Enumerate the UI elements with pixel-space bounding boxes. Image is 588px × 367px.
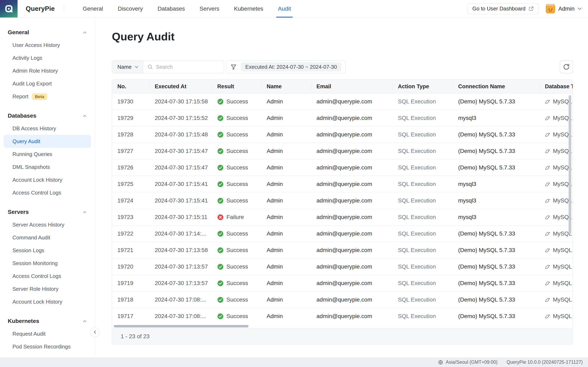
vertical-scrollbar[interactable]: [569, 95, 571, 234]
nav-tab-kubernetes[interactable]: Kubernetes: [232, 0, 265, 17]
nav-tab-databases[interactable]: Databases: [156, 0, 187, 17]
refresh-button[interactable]: [560, 60, 573, 73]
sidebar-item-access-control-logs[interactable]: Access Control Logs: [0, 186, 95, 199]
cell-email: admin@querypie.com: [311, 209, 393, 225]
cell-result: Failure: [212, 209, 261, 225]
cell-no: 19721: [112, 242, 149, 258]
sidebar-item-dml-snapshots[interactable]: DML Snapshots: [0, 161, 95, 174]
table-row[interactable]: 197222024-07-30 17:14:...SuccessAdminadm…: [112, 225, 573, 242]
cell-name: Admin: [261, 209, 311, 225]
executed-at-filter-chip[interactable]: Executed At: 2024-07-30 ~ 2024-07-30: [241, 62, 341, 71]
table-row[interactable]: 197232024-07-30 17:15:11FailureAdminadmi…: [112, 209, 573, 225]
cell-name: Admin: [261, 143, 311, 159]
user-name[interactable]: Admin: [558, 6, 575, 12]
sidebar-item-label: Session Monitoring: [12, 260, 58, 267]
cell-connection-name: (Demo) MySQL 5.7.33: [453, 93, 540, 110]
cell-connection-name: (Demo) MySQL 5.7.33: [453, 143, 540, 159]
table-row[interactable]: 197182024-07-30 17:08:...SuccessAdminadm…: [112, 292, 573, 308]
cell-result: Success: [212, 143, 261, 159]
avatar[interactable]: [546, 4, 555, 13]
sidebar-item-report[interactable]: ReportBeta: [0, 90, 95, 103]
sidebar-item-session-monitoring[interactable]: Session Monitoring: [0, 257, 95, 270]
go-to-user-dashboard-button[interactable]: Go to User Dashboard: [467, 3, 539, 14]
mysql-icon: [545, 314, 550, 319]
cell-database-type: MySQL: [540, 192, 573, 209]
search-input[interactable]: [156, 64, 217, 70]
querypie-logo-icon[interactable]: [0, 0, 17, 17]
table-row[interactable]: 197202024-07-30 17:13:57SuccessAdminadmi…: [112, 259, 573, 275]
cell-connection-name: (Demo) MySQL 5.7.33: [453, 126, 540, 143]
database-type-label: MySQL: [553, 263, 572, 270]
success-status: Success: [217, 296, 248, 303]
table-row[interactable]: 197282024-07-30 17:15:48SuccessAdminadmi…: [112, 126, 573, 143]
cell-email: admin@querypie.com: [311, 292, 393, 308]
table-row[interactable]: 197262024-07-30 17:15:47SuccessAdminadmi…: [112, 159, 573, 176]
chevron-up-icon: [83, 115, 86, 117]
sidebar-item-access-control-logs[interactable]: Access Control Logs: [0, 270, 95, 283]
success-check-icon: [217, 181, 224, 187]
cell-executed-at: 2024-07-30 17:13:57: [149, 275, 212, 291]
search-box: [143, 60, 224, 73]
search-field-select[interactable]: Name: [112, 60, 143, 73]
sidebar-item-request-audit[interactable]: Request Audit: [0, 327, 95, 340]
date-filter[interactable]: Executed At: 2024-07-30 ~ 2024-07-30: [226, 60, 346, 73]
cell-action-type: SQL Execution: [393, 225, 453, 242]
sidebar-item-admin-role-history[interactable]: Admin Role History: [0, 64, 95, 77]
sidebar-item-server-role-history[interactable]: Server Role History: [0, 283, 95, 295]
success-status: Success: [217, 164, 248, 171]
sidebar-collapse-button[interactable]: [90, 327, 100, 337]
sidebar-item-label: Account Lock History: [12, 299, 62, 305]
nav-tab-servers[interactable]: Servers: [198, 0, 221, 17]
horizontal-scrollbar-track: [112, 324, 573, 328]
cell-database-type: MySQL: [540, 242, 573, 258]
sidebar-item-command-audit[interactable]: Command Audit: [0, 231, 95, 244]
cell-connection-name: (Demo) MySQL 5.7.33: [453, 259, 540, 275]
sidebar-item-session-logs[interactable]: Session Logs: [0, 244, 95, 257]
table-row[interactable]: 197172024-07-30 17:08:...SuccessAdminadm…: [112, 308, 573, 325]
sidebar-item-server-access-history[interactable]: Server Access History: [0, 218, 95, 231]
column-header-connection-name: Connection Name: [453, 80, 540, 93]
table-row[interactable]: 197212024-07-30 17:13:58SuccessAdminadmi…: [112, 242, 573, 259]
sidebar-item-audit-log-export[interactable]: Audit Log Export: [0, 77, 95, 90]
cell-database-type: MySQL: [540, 209, 573, 225]
table-row[interactable]: 197242024-07-30 17:15:41SuccessAdminadmi…: [112, 192, 573, 209]
nav-tab-audit[interactable]: Audit: [276, 0, 293, 17]
sidebar-item-account-lock-history[interactable]: Account Lock History: [0, 174, 95, 186]
sidebar-item-account-lock-history[interactable]: Account Lock History: [0, 295, 95, 308]
success-check-icon: [217, 247, 224, 253]
version-label: QueryPie 10.0.0 (20240725-171127): [507, 359, 583, 365]
sidebar-section-header-kubernetes[interactable]: Kubernetes: [0, 315, 95, 327]
column-header-action-type: Action Type: [393, 80, 453, 93]
table-row[interactable]: 197252024-07-30 17:15:41SuccessAdminadmi…: [112, 176, 573, 192]
sidebar-item-activity-logs[interactable]: Activity Logs: [0, 52, 95, 64]
column-header-name: Name: [261, 80, 311, 93]
sidebar-item-running-queries[interactable]: Running Queries: [0, 148, 95, 161]
nav-tab-general[interactable]: General: [81, 0, 105, 17]
horizontal-scrollbar[interactable]: [114, 325, 249, 327]
nav-tab-discovery[interactable]: Discovery: [116, 0, 145, 17]
sidebar-item-db-access-history[interactable]: DB Access History: [0, 122, 95, 135]
cell-name: Admin: [261, 292, 311, 308]
sidebar-section-header-general[interactable]: General: [0, 26, 95, 39]
cell-email: admin@querypie.com: [311, 110, 393, 126]
chevron-down-icon[interactable]: [577, 7, 582, 10]
cell-executed-at: 2024-07-30 17:15:52: [149, 110, 212, 126]
cell-database-type: MySQL: [540, 308, 573, 324]
success-status: Success: [217, 98, 248, 105]
cell-connection-name: (Demo) MySQL 5.7.33: [453, 308, 540, 324]
column-header-executed-at: Executed At: [149, 80, 212, 93]
table-row[interactable]: 197292024-07-30 17:15:52SuccessAdminadmi…: [112, 110, 573, 126]
success-check-icon: [217, 264, 224, 270]
cell-no: 19727: [112, 143, 149, 159]
sidebar-item-pod-session-recordings[interactable]: Pod Session Recordings: [0, 340, 95, 353]
table-row[interactable]: 197302024-07-30 17:15:58SuccessAdminadmi…: [112, 93, 573, 110]
column-header-result: Result: [212, 80, 261, 93]
table-row[interactable]: 197272024-07-30 17:15:47SuccessAdminadmi…: [112, 143, 573, 159]
sidebar-item-query-audit[interactable]: Query Audit: [4, 135, 91, 148]
sidebar-item-user-access-history[interactable]: User Access History: [0, 39, 95, 52]
cell-database-type: MySQL: [540, 143, 573, 159]
sidebar-section-header-databases[interactable]: Databases: [0, 109, 95, 122]
table-row[interactable]: 197192024-07-30 17:13:57SuccessAdminadmi…: [112, 275, 573, 292]
cell-database-type: MySQL: [540, 126, 573, 143]
sidebar-section-header-servers[interactable]: Servers: [0, 206, 95, 218]
